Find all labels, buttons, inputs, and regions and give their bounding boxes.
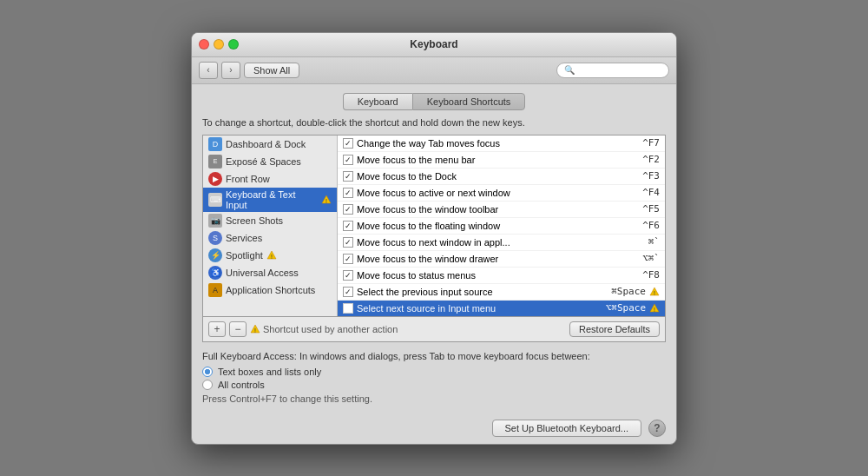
toolbar: ‹ › Show All 🔍	[192, 57, 676, 84]
traffic-lights	[199, 39, 239, 50]
sidebar-item-services[interactable]: S Services	[203, 229, 337, 247]
shortcut-key-7: ⌥⌘`	[642, 253, 660, 264]
keyboard-warning-icon: !	[321, 195, 332, 205]
screenshots-icon: 📷	[208, 214, 222, 228]
spotlight-icon: ⚡	[208, 248, 222, 262]
sidebar: D Dashboard & Dock E Exposé & Spaces ▶ F…	[203, 136, 338, 316]
sidebar-item-universal[interactable]: ♿ Universal Access	[203, 264, 337, 281]
shortcut-label-5: Move focus to the floating window	[357, 221, 639, 231]
window-title: Keyboard	[410, 38, 457, 50]
shortcut-label-2: Move focus to the Dock	[357, 171, 639, 182]
warning-label: ! Shortcut used by another action	[250, 324, 398, 334]
shortcut-checkbox-4[interactable]	[343, 204, 353, 215]
shortcut-key-10: ⌥⌘Space	[606, 302, 646, 314]
forward-button[interactable]: ›	[221, 62, 240, 79]
shortcut-row-4[interactable]: Move focus to the window toolbar ^F5	[338, 202, 665, 218]
shortcut-row-10[interactable]: Select next source in Input menu ⌥⌘Space…	[338, 301, 665, 316]
shortcut-label-9: Select the previous input source	[357, 287, 608, 297]
back-button[interactable]: ‹	[199, 62, 218, 79]
tab-bar: Keyboard Keyboard Shortcuts	[202, 93, 666, 110]
radio-text-boxes-button[interactable]	[202, 367, 213, 377]
svg-text:!: !	[654, 306, 655, 312]
shortcut-row-0[interactable]: Change the way Tab moves focus ^F7	[338, 136, 665, 152]
warning-text: Shortcut used by another action	[263, 324, 398, 334]
sidebar-label-dashboard: Dashboard & Dock	[226, 139, 306, 149]
svg-text:!: !	[326, 197, 327, 203]
shortcut-label-6: Move focus to next window in appl...	[357, 237, 645, 248]
warning-triangle-icon: !	[250, 324, 260, 334]
search-icon: 🔍	[564, 65, 575, 75]
shortcut-row-5[interactable]: Move focus to the floating window ^F6	[338, 218, 665, 235]
shortcut-row-6[interactable]: Move focus to next window in appl... ⌘`	[338, 235, 665, 251]
main-area: D Dashboard & Dock E Exposé & Spaces ▶ F…	[202, 135, 666, 317]
shortcut-label-4: Move focus to the window toolbar	[357, 204, 639, 215]
radio-all-controls-button[interactable]	[202, 380, 213, 390]
help-button[interactable]: ?	[648, 420, 666, 437]
shortcut-10-warning-icon: !	[649, 303, 660, 314]
shortcut-key-3: ^F4	[642, 187, 660, 198]
shortcut-checkbox-2[interactable]	[343, 171, 353, 182]
minimize-button[interactable]	[214, 39, 224, 50]
shortcut-label-7: Move focus to the window drawer	[357, 254, 639, 264]
sidebar-item-spotlight[interactable]: ⚡ Spotlight !	[203, 247, 337, 264]
remove-shortcut-button[interactable]: −	[229, 321, 247, 337]
sidebar-label-screenshots: Screen Shots	[226, 215, 283, 226]
shortcut-row-7[interactable]: Move focus to the window drawer ⌥⌘`	[338, 251, 665, 268]
shortcut-row-8[interactable]: Move focus to status menus ^F8	[338, 268, 665, 284]
sidebar-label-frontrow: Front Row	[226, 174, 270, 184]
svg-text:!: !	[271, 253, 273, 259]
maximize-button[interactable]	[228, 39, 239, 50]
shortcut-row-1[interactable]: Move focus to the menu bar ^F2	[338, 152, 665, 169]
bluetooth-keyboard-button[interactable]: Set Up Bluetooth Keyboard...	[492, 420, 641, 437]
radio-all-controls[interactable]: All controls	[202, 380, 666, 390]
sidebar-item-keyboard[interactable]: ⌨ Keyboard & Text Input !	[203, 188, 337, 212]
sidebar-item-dashboard[interactable]: D Dashboard & Dock	[203, 136, 337, 153]
spotlight-warning-icon: !	[266, 250, 277, 261]
shortcut-key-1: ^F2	[642, 154, 660, 165]
shortcut-checkbox-3[interactable]	[343, 188, 353, 198]
shortcut-checkbox-9[interactable]	[343, 287, 353, 297]
svg-text:!: !	[254, 327, 256, 333]
shortcut-key-0: ^F7	[642, 137, 660, 149]
radio-text-boxes[interactable]: Text boxes and lists only	[202, 367, 666, 377]
shortcut-checkbox-5[interactable]	[343, 221, 353, 231]
titlebar: Keyboard	[192, 33, 676, 57]
sidebar-item-expose[interactable]: E Exposé & Spaces	[203, 153, 337, 170]
close-button[interactable]	[199, 39, 209, 50]
shortcut-checkbox-1[interactable]	[343, 155, 353, 165]
shortcut-row-2[interactable]: Move focus to the Dock ^F3	[338, 169, 665, 185]
show-all-button[interactable]: Show All	[244, 63, 299, 78]
shortcut-checkbox-7[interactable]	[343, 254, 353, 264]
shortcut-row-3[interactable]: Move focus to active or next window ^F4	[338, 185, 665, 202]
add-shortcut-button[interactable]: +	[208, 321, 226, 337]
hint-text: To change a shortcut, double-click the s…	[202, 117, 666, 128]
shortcut-checkbox-0[interactable]	[343, 138, 353, 149]
shortcut-label-8: Move focus to status menus	[357, 270, 639, 281]
universal-icon: ♿	[208, 266, 222, 280]
svg-text:!: !	[654, 289, 655, 295]
shortcut-checkbox-6[interactable]	[343, 237, 353, 248]
shortcut-key-4: ^F5	[642, 203, 660, 215]
footer: Set Up Bluetooth Keyboard... ?	[192, 413, 676, 444]
tab-keyboard[interactable]: Keyboard	[343, 93, 412, 110]
shortcut-list: Change the way Tab moves focus ^F7 Move …	[338, 136, 665, 316]
full-access-section: Full Keyboard Access: In windows and dia…	[202, 351, 666, 404]
expose-icon: E	[208, 155, 222, 169]
shortcut-checkbox-10[interactable]	[343, 303, 353, 314]
shortcut-checkbox-8[interactable]	[343, 270, 353, 281]
tab-shortcuts[interactable]: Keyboard Shortcuts	[412, 93, 526, 110]
shortcut-row-9[interactable]: Select the previous input source ⌘Space …	[338, 284, 665, 301]
search-input[interactable]	[578, 65, 661, 76]
shortcut-label-3: Move focus to active or next window	[357, 188, 639, 198]
sidebar-item-frontrow[interactable]: ▶ Front Row	[203, 170, 337, 188]
sidebar-label-keyboard: Keyboard & Text Input	[226, 189, 318, 210]
shortcut-label-1: Move focus to the menu bar	[357, 155, 639, 165]
radio-text-boxes-label: Text boxes and lists only	[218, 367, 321, 377]
sidebar-item-screenshots[interactable]: 📷 Screen Shots	[203, 212, 337, 229]
sidebar-item-appshortcuts[interactable]: A Application Shortcuts	[203, 281, 337, 299]
shortcut-label-10: Select next source in Input menu	[357, 303, 602, 314]
restore-defaults-button[interactable]: Restore Defaults	[569, 321, 660, 337]
sidebar-label-appshortcuts: Application Shortcuts	[226, 285, 315, 295]
radio-all-controls-label: All controls	[218, 380, 265, 390]
sidebar-label-expose: Exposé & Spaces	[226, 156, 301, 167]
